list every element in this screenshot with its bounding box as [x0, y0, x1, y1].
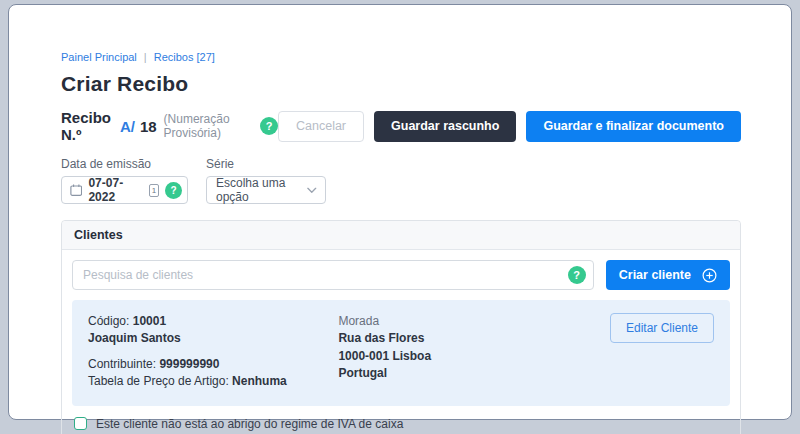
receipt-note: (Numeração Provisória): [164, 112, 255, 140]
client-details-column: Código: 10001 Joaquim Santos Contribuint…: [88, 313, 338, 391]
issue-date-help-icon[interactable]: ?: [165, 182, 182, 199]
spacer: [88, 348, 338, 356]
create-client-label: Criar cliente: [619, 268, 691, 282]
client-search-help-icon[interactable]: ?: [568, 266, 586, 284]
receipt-number: Recibo N.º A/ 18 (Numeração Provisória) …: [61, 109, 278, 143]
page-title: Criar Recibo: [61, 72, 741, 96]
address-line-3: Portugal: [338, 365, 610, 382]
client-price-table: Tabela de Preço de Artigo: Nenhuma: [88, 373, 338, 390]
series-field: Série Escolha uma opção: [206, 157, 326, 204]
client-vat: Contribuinte: 999999990: [88, 356, 338, 373]
series-selected-value: Escolha uma opção: [216, 176, 307, 204]
iva-checkbox-label: Este cliente não está ao abrigo do regim…: [96, 417, 403, 431]
header-actions: Cancelar Guardar rascunho Guardar e fina…: [278, 111, 741, 142]
address-label: Morada: [338, 313, 610, 330]
address-line-2: 1000-001 Lisboa: [338, 348, 610, 365]
receipt-label: Recibo N.º: [61, 109, 115, 143]
client-search-wrap: ?: [72, 260, 594, 290]
issue-date-value: 07-07-2022: [88, 176, 143, 204]
iva-checkbox[interactable]: [74, 417, 87, 430]
clients-panel: Clientes ? Criar cliente: [61, 220, 741, 434]
save-finalize-button[interactable]: Guardar e finalizar documento: [526, 111, 741, 142]
client-search-row: ? Criar cliente: [72, 260, 730, 290]
edit-client-button[interactable]: Editar Cliente: [610, 313, 714, 343]
create-client-button[interactable]: Criar cliente: [606, 260, 730, 290]
calendar-icon: [70, 183, 82, 197]
plus-circle-icon: [702, 268, 717, 283]
client-search-input[interactable]: [72, 260, 594, 290]
address-line-1: Rua das Flores: [338, 330, 610, 347]
issue-date-input[interactable]: 07-07-2022 1 ?: [61, 176, 188, 204]
issue-date-label: Data de emissão: [61, 157, 188, 171]
cancel-button[interactable]: Cancelar: [278, 111, 364, 142]
breadcrumb-link-painel-principal[interactable]: Painel Principal: [61, 51, 137, 63]
receipt-help-icon[interactable]: ?: [260, 117, 278, 135]
breadcrumb-link-recibos[interactable]: Recibos [27]: [154, 51, 215, 63]
series-label: Série: [206, 157, 326, 171]
date-shortcut-icon: 1: [149, 184, 159, 197]
breadcrumb-separator: |: [144, 51, 147, 63]
issue-date-field: Data de emissão 07-07-2022 1 ?: [61, 157, 188, 204]
fields-row: Data de emissão 07-07-2022 1 ? Série Esc…: [61, 157, 741, 204]
clients-panel-header: Clientes: [62, 221, 740, 250]
client-card: Código: 10001 Joaquim Santos Contribuint…: [72, 300, 730, 406]
chevron-down-icon: [307, 187, 317, 194]
save-draft-button[interactable]: Guardar rascunho: [374, 111, 516, 142]
series-select[interactable]: Escolha uma opção: [206, 176, 326, 204]
main-card: Painel Principal | Recibos [27] Criar Re…: [8, 4, 792, 420]
client-code: Código: 10001: [88, 313, 338, 330]
header-row: Recibo N.º A/ 18 (Numeração Provisória) …: [61, 109, 741, 143]
clients-panel-body: ? Criar cliente Código: 10001 Joaquim Sa…: [62, 250, 740, 434]
iva-checkbox-row[interactable]: Este cliente não está ao abrigo do regim…: [72, 417, 730, 431]
receipt-number-value: 18: [140, 118, 157, 135]
breadcrumb: Painel Principal | Recibos [27]: [61, 51, 741, 63]
client-address-column: Morada Rua das Flores 1000-001 Lisboa Po…: [338, 313, 610, 391]
receipt-series-prefix: A/: [120, 118, 135, 135]
client-name: Joaquim Santos: [88, 330, 338, 347]
